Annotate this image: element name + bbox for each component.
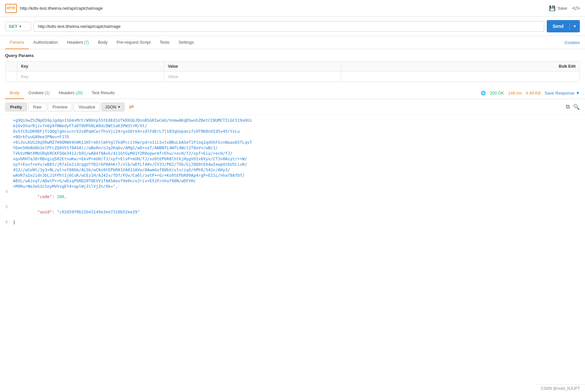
response-meta: 🌐 200 OK 149 ms 4.49 KB Save Response ▼ [481,91,580,95]
tab-settings[interactable]: Settings [174,36,198,49]
params-row-checkbox [6,72,17,82]
response-tab-body[interactable]: Body [5,87,24,99]
cookies-link[interactable]: Cookies [565,36,580,49]
format-chevron-icon: ▼ [118,105,121,109]
url-input[interactable] [34,21,544,32]
format-bar: Pretty Raw Preview Visualize JSON ▼ ⇌ ⧉ … [0,99,585,115]
tab-headers[interactable]: Headers (7) [63,36,93,49]
copy-icon[interactable]: ⧉ [566,104,570,110]
search-icon[interactable]: 🔍 [573,104,580,110]
code-line-b13: +M9RurWa3eG1CSoyMVVsgEY4+aplWjZilVjZn/9k… [0,184,585,189]
params-col-value: Value [164,62,341,72]
code-line-b12: ABVL/wAJxqf/ADwtP++G/wDiqPbRD20T0EVV1f8A… [0,178,585,184]
code-line-b11: wAVR7aIe2idnJbLJ1FPht1j6CuK/wCEz1H/AJ42v… [0,173,585,178]
pretty-button[interactable]: Pretty [5,103,27,111]
tab-pre-request-script[interactable]: Pre-request Script [112,36,155,49]
params-col-bulk[interactable]: Bulk Edit [341,62,580,72]
tab-params[interactable]: Params [5,36,29,49]
send-button-label: Send [547,23,570,30]
top-bar-url: http://kdtx-test.itheima.net/api/captcha… [20,6,544,11]
raw-button[interactable]: Raw [28,103,46,111]
save-button[interactable]: 💾 Save [549,5,567,11]
send-dropdown-icon[interactable]: ▼ [570,23,580,30]
code-line-b9: xpf+Eovf+eVv/wB8t/jR7aIe2idcqgU7YD2rkP8A… [0,162,585,167]
tab-authorization[interactable]: Authorization [29,36,63,49]
preview-button[interactable]: Preview [48,103,72,111]
top-bar: HTTP http://kdtx-test.itheima.net/api/ca… [0,0,585,17]
code-line-b1: +g9QibwZ5ZNpOS9pJgdqn1SO4xMrCrW9bVp55tEd… [0,118,585,123]
method-select[interactable]: GET ▼ [5,22,31,31]
params-bulk-cell [341,72,580,82]
response-status: 200 OK [490,91,504,95]
params-col-checkbox [6,62,17,72]
code-line-b7: lVkVzMWtXMUSRqkRCKFGQe341J/b91/wA84f8Avk… [0,151,585,156]
send-button[interactable]: Send ▼ [547,20,580,32]
tab-tests[interactable]: Tests [155,36,174,49]
code-line-b6: YEmn5HUAU8U1elPFcZQ4VV1f8A5Al//wBe0n/oJq… [0,145,585,151]
response-time: 149 ms [508,91,522,95]
code-line-4: 4 "code": 200, [0,189,585,204]
visualize-button[interactable]: Visualize [74,103,100,111]
request-bar: GET ▼ Send ▼ [0,17,585,36]
code-line-b10: 4S2//wCeNt/3y3+NL/wl+of88bb/AL5b/wCKo9tE… [0,167,585,173]
response-tabs-bar: Body Cookies (1) Headers (20) Test Resul… [0,87,585,99]
method-chevron-icon: ▼ [19,25,22,28]
globe-icon: 🌐 [481,91,486,95]
query-params-section: Query Params Key Value Bulk Edit Key Val… [0,49,585,82]
query-params-title: Query Params [5,53,580,58]
wrap-icon[interactable]: ⇌ [126,102,137,112]
tab-body[interactable]: Body [93,36,112,49]
code-line-b4: +0QrkFuuGA9ee3PNeu+FJ7O [0,134,585,140]
code-line-b2: m1OvOVarRjzv7n6p9fNNedyFTa0T0OPh0LW9dcDW… [0,123,585,129]
save-response-chevron-icon: ▼ [576,91,580,95]
response-tab-test-results[interactable]: Test Results [87,87,119,99]
code-line-b5: +0i3vLKUS28q5RwMZ7H9QRWV4h0K11KFre6tlmhY… [0,140,585,145]
code-line-b3: OvStC0iDR9DFjYiQQglgHcscnrV2x8PqmCwrfhsV… [0,129,585,134]
http-method-icon: HTTP [5,4,17,13]
save-icon: 💾 [549,5,556,11]
format-select[interactable]: JSON ▼ [101,103,124,111]
code-icon[interactable]: </> [572,6,580,11]
top-bar-actions: 💾 Save </> [549,5,580,11]
tabs-bar: Params Authorization Headers (7) Body Pr… [0,36,585,49]
params-key-input[interactable]: Key [17,72,164,82]
response-body: +g9QibwZ5ZNpOS9pJgdqn1SO4xMrCrW9bVp55tEd… [0,115,585,228]
params-table: Key Value Bulk Edit Key Value [5,61,580,82]
code-line-5: 5 "uuid": "c92d59f0b22b43149e3ee7310b52e… [0,204,585,219]
params-col-key: Key [17,62,164,72]
save-response-button[interactable]: Save Response ▼ [544,91,580,95]
code-line-6: 6 } [0,219,585,225]
response-size: 4.49 KB [526,91,541,95]
response-tab-headers[interactable]: Headers (20) [54,87,87,99]
response-tab-cookies[interactable]: Cookies (1) [24,87,54,99]
format-bar-right: ⧉ 🔍 [566,104,580,110]
code-line-b8: xqvbRH7aJ0rRBxgiq502EtnaKw/+EkvP+eUH/fJ/… [0,156,585,162]
params-empty-row: Key Value [6,72,580,82]
params-value-input[interactable]: Value [164,72,341,82]
